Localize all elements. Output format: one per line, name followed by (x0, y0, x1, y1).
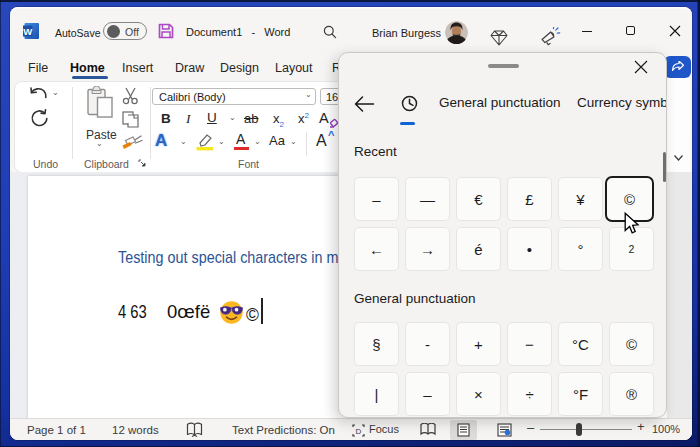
svg-text:W: W (23, 26, 32, 37)
svg-text:D: D (356, 427, 362, 436)
